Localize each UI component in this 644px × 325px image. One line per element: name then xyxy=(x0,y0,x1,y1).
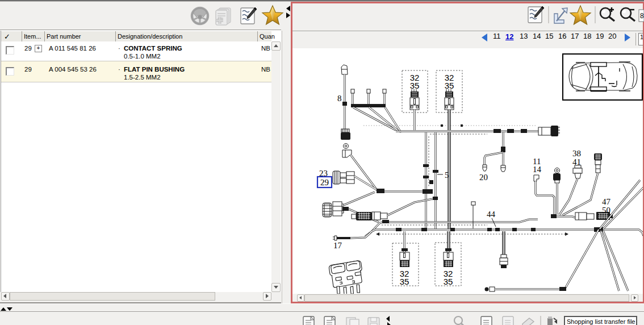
svg-text:5: 5 xyxy=(445,170,449,180)
svg-text:50: 50 xyxy=(602,206,610,215)
svg-text:14: 14 xyxy=(533,165,542,174)
svg-text:35: 35 xyxy=(445,81,454,90)
svg-text:38: 38 xyxy=(572,149,581,158)
svg-text:17: 17 xyxy=(333,241,342,250)
svg-text:29: 29 xyxy=(320,178,329,187)
svg-text:47: 47 xyxy=(602,197,611,206)
svg-text:20: 20 xyxy=(479,173,488,182)
svg-text:35: 35 xyxy=(410,81,420,90)
svg-text:44: 44 xyxy=(487,210,496,219)
svg-text:35: 35 xyxy=(400,277,409,286)
svg-text:8: 8 xyxy=(640,12,644,20)
svg-text:35: 35 xyxy=(444,277,453,286)
svg-text:8: 8 xyxy=(337,94,342,103)
